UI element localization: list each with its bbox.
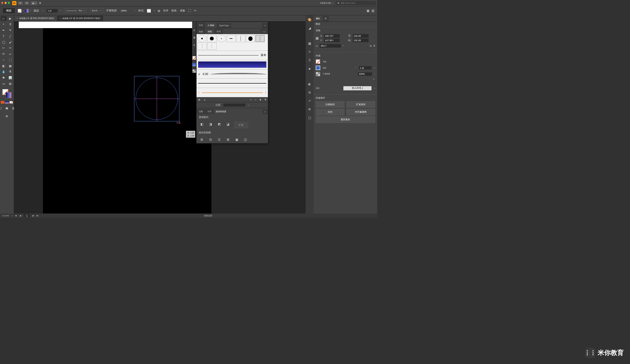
fill-swatch[interactable]: [18, 9, 22, 13]
brush-pattern[interactable]: [197, 60, 268, 69]
ref-point-icon[interactable]: ▦: [316, 36, 319, 40]
flip-v-icon[interactable]: ⇵: [373, 45, 375, 47]
graph-tool[interactable]: 📊: [7, 76, 13, 80]
pen-tool[interactable]: ✒: [1, 28, 7, 33]
line-tool[interactable]: ╱: [7, 34, 13, 39]
shapebuilder-tool[interactable]: ◧: [1, 64, 7, 68]
opacity-dd[interactable]: ›: [135, 10, 135, 12]
stroke-dd[interactable]: [60, 10, 61, 11]
pixel-align-btn[interactable]: 对齐像素网: [346, 109, 375, 115]
options-icon[interactable]: ▭: [255, 98, 256, 101]
artboard-tool[interactable]: ▭: [1, 81, 7, 86]
tab-swatches[interactable]: 色板: [197, 29, 205, 34]
lib-icon[interactable]: 📚: [198, 98, 200, 101]
new-brush-icon[interactable]: ▣: [260, 98, 261, 101]
flip-h-icon[interactable]: ⇋: [370, 45, 372, 47]
stroke-step-icon[interactable]: ⌃: [355, 67, 357, 69]
transform-btn[interactable]: 变换: [180, 9, 185, 12]
nav-prev-icon[interactable]: ◀: [20, 215, 21, 217]
symbol-spray-tool[interactable]: ✱: [1, 76, 7, 80]
slice-tool[interactable]: ▤: [7, 81, 13, 86]
recolor-icon[interactable]: ⊕: [158, 9, 160, 13]
brush-basic[interactable]: 基本: [197, 51, 268, 60]
opacity-swatch[interactable]: [316, 72, 320, 76]
brush-scatter-sel[interactable]: [255, 35, 265, 42]
scissors-tool[interactable]: ✂: [7, 46, 13, 51]
isolate-icon[interactable]: ⛶: [188, 9, 191, 12]
symbols-icon[interactable]: ⚛: [307, 49, 312, 54]
color-mode-solid[interactable]: [1, 101, 4, 104]
minusback-icon[interactable]: ◫: [243, 137, 248, 142]
pencil-tool[interactable]: ✏: [1, 46, 7, 51]
brush-dot-xs[interactable]: [217, 35, 226, 42]
tab-libraries[interactable]: 库: [323, 16, 329, 21]
arrange-btn[interactable]: 排列: [316, 109, 344, 115]
tab-transform[interactable]: 变换: [197, 109, 205, 114]
transparency-icon[interactable]: ⧉: [307, 90, 312, 95]
brush-orn[interactable]: ⟨⟩: [197, 88, 268, 97]
asset-icon[interactable]: ▢: [307, 115, 312, 120]
brush-scatter-2[interactable]: [197, 42, 207, 50]
divide-icon[interactable]: ⊞: [199, 137, 204, 142]
h-field[interactable]: 132.28: [353, 39, 369, 42]
zoom-level[interactable]: 33.33%: [2, 215, 9, 217]
fill-sample[interactable]: [192, 56, 196, 60]
color-mode-none[interactable]: [9, 101, 13, 104]
panel-toggle-a[interactable]: ▣: [367, 9, 369, 12]
color-icon[interactable]: 🎨: [307, 17, 312, 22]
type-tool[interactable]: T: [1, 34, 7, 39]
opacity-dd-props[interactable]: ›: [374, 73, 375, 75]
crop-icon[interactable]: ⊠: [225, 137, 231, 142]
brush-calli[interactable]: 🔊6.00: [197, 69, 268, 79]
brush-scatter-3[interactable]: [207, 42, 217, 50]
fill-swatch-props[interactable]: [316, 59, 320, 64]
nav-first-icon[interactable]: ⏮: [15, 215, 17, 217]
stroke-weight-props[interactable]: 1 pt: [359, 66, 371, 70]
tab-pathfinder[interactable]: 路径查找器: [214, 109, 229, 114]
brush-dash[interactable]: [226, 35, 236, 42]
merge-icon[interactable]: ⊡: [217, 137, 222, 142]
close-icon[interactable]: ×: [17, 17, 18, 20]
intersect-icon[interactable]: ◩: [217, 122, 222, 127]
bridge-icon[interactable]: Br: [18, 2, 23, 5]
layers-strip-icon[interactable]: ≣: [307, 107, 312, 112]
tab-opentype[interactable]: OpenType: [217, 23, 231, 28]
tab-properties[interactable]: 属性: [314, 16, 322, 21]
color-mode-gradient[interactable]: [5, 101, 9, 104]
brush-dot-l[interactable]: [246, 35, 255, 42]
grid2-icon[interactable]: ⠿: [307, 58, 312, 63]
width-tool[interactable]: ↔: [1, 58, 7, 62]
trim-icon[interactable]: ⊟: [208, 137, 213, 142]
panel-menu-icon[interactable]: ≡: [262, 23, 268, 28]
tab-brushes[interactable]: 画笔: [205, 29, 214, 34]
stroke-swatch[interactable]: [25, 9, 29, 13]
fill-stroke-indicator[interactable]: [2, 89, 11, 98]
brush-rough[interactable]: [197, 78, 268, 88]
nav-last-icon[interactable]: ⏭: [36, 215, 39, 217]
selection-bbox[interactable]: [134, 76, 179, 121]
ellipse-tool[interactable]: ◯: [1, 40, 7, 45]
freetf-tool[interactable]: ⛶: [7, 58, 13, 62]
fx-label[interactable]: fx.: [314, 77, 377, 81]
profile-dd[interactable]: 等比: [64, 8, 87, 13]
grid-icon[interactable]: ▦: [307, 41, 312, 46]
stroke-swatch-props[interactable]: [316, 66, 320, 70]
trash-icon[interactable]: 🗑: [264, 98, 266, 101]
doc-tab-1[interactable]: ×未标题-14* @ 50% (RGB/GPU 预览): [14, 16, 57, 21]
w-field[interactable]: 132.28: [353, 34, 369, 38]
collapse-icon[interactable]: ›› ≡: [260, 29, 268, 34]
eyedropper-tool[interactable]: 💧: [1, 70, 7, 74]
arrange-docs-icon[interactable]: ▦: [31, 1, 37, 5]
canvas[interactable]: 位置 宽 :138 高 :138 ≡ ≣ ≡ 字符 ⊙段落: [14, 22, 306, 214]
workspace-switcher[interactable]: 传统基本功能: [320, 2, 333, 4]
curvature-tool[interactable]: ✎: [7, 28, 13, 33]
colorguide-icon[interactable]: ◢: [307, 26, 312, 30]
exclude-icon[interactable]: ◪: [225, 122, 231, 127]
brush-line-v[interactable]: [236, 35, 245, 42]
screen-mode-b[interactable]: ▣: [4, 106, 10, 111]
direct-select-tool[interactable]: ▶: [7, 16, 13, 21]
more-icon[interactable]: ⋯: [314, 48, 377, 52]
magic-wand-tool[interactable]: ✧: [1, 22, 7, 27]
style-swatch[interactable]: [147, 9, 151, 13]
opacity-field[interactable]: [120, 9, 132, 13]
